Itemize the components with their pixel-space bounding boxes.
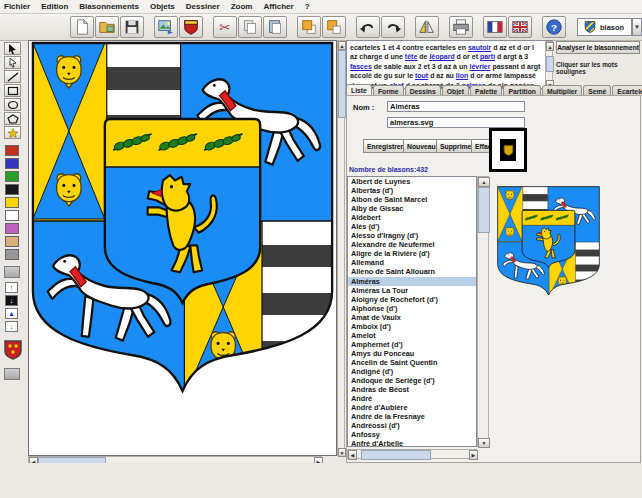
- selected-blason-thumbnail[interactable]: [489, 128, 527, 172]
- menu-item-fichier[interactable]: Fichier: [4, 2, 30, 11]
- rectangle-tool-button[interactable]: [4, 84, 21, 97]
- color-swatch-3434bc[interactable]: [5, 158, 19, 169]
- enregistrer-button[interactable]: Enregistrer: [363, 139, 407, 153]
- list-item-alesso-d-iragny-d-[interactable]: Alesso d'Iragny (d'): [348, 231, 476, 240]
- menu-item-dessiner[interactable]: Dessiner: [186, 2, 220, 11]
- color-swatch-f8d800[interactable]: [5, 197, 19, 208]
- paste-button[interactable]: [263, 16, 287, 38]
- list-item-alleno-de-saint-allouarn[interactable]: Alleno de Saint Allouarn: [348, 267, 476, 276]
- blazon-link-tout[interactable]: tout: [415, 72, 428, 79]
- node-arrow-button[interactable]: [4, 56, 21, 69]
- cut-button[interactable]: ✂: [213, 16, 237, 38]
- list-item-aligre-de-la-riviere-d-[interactable]: Aligre de la Rivière (d'): [348, 249, 476, 258]
- color-swatch-989898[interactable]: [5, 249, 19, 260]
- lang-english-button[interactable]: [508, 16, 532, 38]
- blazon-scrollbar[interactable]: ▲ ▼: [545, 41, 553, 88]
- spin-down-button[interactable]: ↓: [5, 295, 18, 306]
- list-item-ancelin-de-saint-quentin[interactable]: Ancelin de Saint Quentin: [348, 358, 476, 367]
- open-folder-button[interactable]: [95, 16, 119, 38]
- color-swatch-ffffff[interactable]: [5, 210, 19, 221]
- list-vscrollbar[interactable]: ▲ ▼: [477, 176, 489, 447]
- list-item-amelot[interactable]: Amelot: [348, 331, 476, 340]
- list-item-amys-du-ponceau[interactable]: Amys du Ponceau: [348, 349, 476, 358]
- list-item-amboix-d-[interactable]: Amboix (d'): [348, 322, 476, 331]
- list-item-anfossy[interactable]: Anfossy: [348, 430, 476, 439]
- blazon-text[interactable]: ecarteles 1 et 4 contre ecarteles en sau…: [346, 40, 553, 89]
- color-swatch-c060c0[interactable]: [5, 223, 19, 234]
- star-tool-button[interactable]: [4, 126, 21, 139]
- lang-french-button[interactable]: [483, 16, 507, 38]
- list-item-andras-de-beost[interactable]: Andras de Béost: [348, 385, 476, 394]
- list-item-albert-de-luynes[interactable]: Albert de Luynes: [348, 177, 476, 186]
- menu-item-help[interactable]: ?: [305, 2, 310, 11]
- blazon-link-levrier[interactable]: lévrier: [469, 63, 490, 70]
- color-swatch-28a028[interactable]: [5, 171, 19, 182]
- list-item-andre-d-aubiere[interactable]: André d'Aubière: [348, 403, 476, 412]
- color-swatch-d8b078[interactable]: [5, 236, 19, 247]
- polygon-tool-button[interactable]: [4, 112, 21, 125]
- order-back-button[interactable]: [322, 16, 346, 38]
- order-front-button[interactable]: [297, 16, 321, 38]
- blazon-link-sautoir[interactable]: sautoir: [468, 44, 491, 51]
- ellipse-tool-button[interactable]: [4, 98, 21, 111]
- menu-item-objets[interactable]: Objets: [150, 2, 175, 11]
- save-button[interactable]: [120, 16, 144, 38]
- blazon-link-leopard[interactable]: léopard: [429, 53, 454, 60]
- copy-button[interactable]: [238, 16, 262, 38]
- list-item-ales-d-[interactable]: Alès (d'): [348, 222, 476, 231]
- blason-list[interactable]: Albert de LuynesAlbertas (d')Albon de Sa…: [347, 176, 477, 447]
- list-item-albon-de-saint-marcel[interactable]: Albon de Saint Marcel: [348, 195, 476, 204]
- blason-combo[interactable]: blason: [577, 18, 632, 36]
- blason-shield-button[interactable]: [179, 16, 203, 38]
- color-swatch-c03020[interactable]: [5, 145, 19, 156]
- blazon-link-fasces[interactable]: fasces: [350, 63, 372, 70]
- menu-item-afficher[interactable]: Afficher: [263, 2, 293, 11]
- color-swatch-181818[interactable]: [5, 184, 19, 195]
- export-image-button[interactable]: [154, 16, 178, 38]
- drawing-canvas[interactable]: [28, 40, 337, 456]
- list-item-almeras[interactable]: Alméras: [348, 277, 476, 286]
- blazon-link-tete[interactable]: tête: [405, 53, 417, 60]
- nom-input[interactable]: [387, 101, 525, 112]
- nudge-down-button[interactable]: ↓: [5, 321, 18, 332]
- list-item-aldebert[interactable]: Aldebert: [348, 213, 476, 222]
- blason-combo-arrow[interactable]: ▼: [632, 18, 642, 36]
- undo-button[interactable]: [356, 16, 380, 38]
- palette-gray-button[interactable]: [4, 266, 20, 278]
- list-hscrollbar[interactable]: ◀ ▶: [347, 449, 477, 459]
- nudge-up-button[interactable]: ▲: [5, 308, 18, 319]
- new-file-button[interactable]: [70, 16, 94, 38]
- list-item-andreossi-d-[interactable]: Andréossi (d'): [348, 421, 476, 430]
- list-item-alexandre-de-neufermel[interactable]: Alexandre de Neufermel: [348, 240, 476, 249]
- blazon-link-parti[interactable]: parti: [480, 53, 495, 60]
- canvas-vscrollbar[interactable]: ▲ ▼: [337, 40, 345, 456]
- menu-item-blasonnements[interactable]: Blasonnements: [79, 2, 139, 11]
- analyse-blazon-button[interactable]: Analyser le blasonnement: [556, 41, 640, 54]
- nouveau-button[interactable]: Nouveau: [403, 139, 440, 153]
- line-tool-button[interactable]: [4, 70, 21, 83]
- select-arrow-button[interactable]: [4, 42, 21, 55]
- list-item-anfre-d-arbelle[interactable]: Anfré d'Arbelle: [348, 439, 476, 447]
- list-item-almeras-la-tour[interactable]: Alméras La Tour: [348, 286, 476, 295]
- list-item-alby-de-gissac[interactable]: Alby de Gissac: [348, 204, 476, 213]
- help-button[interactable]: ?: [542, 16, 566, 38]
- spin-up-button[interactable]: ↑: [5, 282, 18, 293]
- redo-button[interactable]: [381, 16, 405, 38]
- list-item-albertas-d-[interactable]: Albertas (d'): [348, 186, 476, 195]
- mirror-button[interactable]: [415, 16, 439, 38]
- list-item-andre[interactable]: André: [348, 394, 476, 403]
- list-item-amphernet-d-[interactable]: Amphernet (d'): [348, 340, 476, 349]
- list-item-allemand[interactable]: Allemand: [348, 258, 476, 267]
- menu-item-edition[interactable]: Edition: [41, 2, 68, 11]
- list-item-amat-de-vaulx[interactable]: Amat de Vaulx: [348, 313, 476, 322]
- list-item-alphonse-d-[interactable]: Alphonse (d'): [348, 304, 476, 313]
- menu-item-zoom[interactable]: Zoom: [231, 2, 253, 11]
- palette-gray-button-2[interactable]: [4, 368, 20, 380]
- list-item-andigne-d-[interactable]: Andigné (d'): [348, 367, 476, 376]
- filename-input[interactable]: [387, 117, 525, 128]
- print-button[interactable]: [449, 16, 473, 38]
- blazon-link-lion[interactable]: lion: [456, 72, 468, 79]
- list-item-aloigny-de-rochefort-d-[interactable]: Aloigny de Rochefort (d'): [348, 295, 476, 304]
- list-item-andre-de-la-fresnaye[interactable]: André de la Fresnaye: [348, 412, 476, 421]
- arms-shortcut-button[interactable]: [3, 338, 23, 362]
